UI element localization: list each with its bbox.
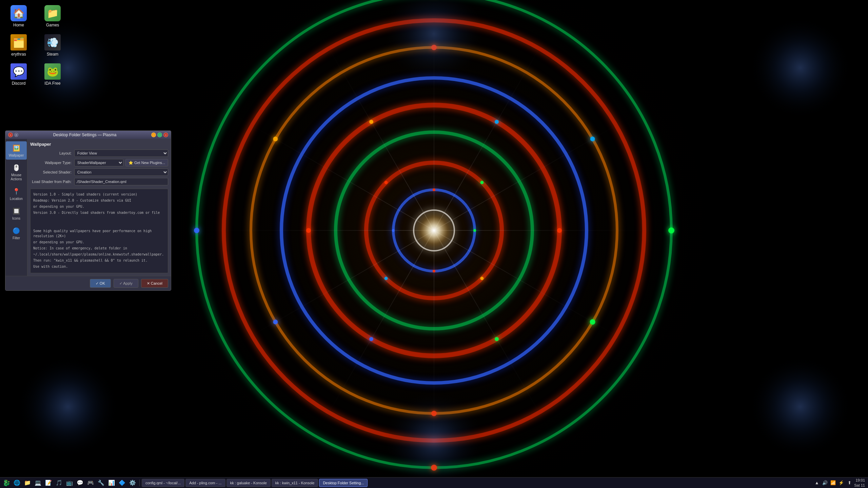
load-shader-label: Load Shader from Path: (30, 180, 74, 184)
layout-label: Layout: (30, 151, 74, 155)
taskbar-plasma-icon[interactable]: 🐉 (2, 478, 11, 488)
ok-button[interactable]: ✓ OK (90, 279, 111, 288)
home-icon: 🏠 (11, 5, 27, 21)
erythras-label: erythras (11, 52, 26, 57)
selected-shader-label: Selected Shader: (30, 170, 74, 174)
desktop-icon-home[interactable]: 🏠 Home (3, 3, 34, 29)
titlebar-controls: × ≡ (8, 133, 18, 137)
sidebar: 🖼️ Wallpaper 🖱️ Mouse Actions 📍 Location… (5, 139, 27, 276)
maximize-button[interactable]: □ (157, 133, 162, 137)
taskbar-music-icon[interactable]: 🎵 (54, 478, 64, 488)
desktop-icon-row-1: 🏠 Home 📁 Games (3, 3, 68, 29)
taskbar-extra1-icon[interactable]: 🔷 (117, 478, 127, 488)
taskbar-task-desktop-settings[interactable]: Desktop Folder Setting... (319, 479, 368, 487)
task-konsole2-label: kk : kwin_x11 - Konsole (275, 481, 315, 485)
erythras-icon: 🗂️ (11, 34, 27, 50)
get-plugins-button[interactable]: ⭐ Get New Plugins... (125, 159, 168, 166)
wallpaper-type-select[interactable]: ShaderWallpaper (74, 159, 123, 166)
desktop-icon-row-2: 🗂️ erythras 💨 Steam (3, 33, 68, 58)
sidebar-item-filter[interactable]: 🔵 Filter (6, 224, 27, 242)
games-label: Games (46, 23, 59, 27)
wallpaper-type-control: ShaderWallpaper ⭐ Get New Plugins... (74, 159, 168, 166)
dialog-titlebar: × ≡ Desktop Folder Settings — Plasma − □… (5, 131, 171, 139)
games-icon: 📁 (44, 5, 61, 21)
load-shader-input[interactable] (74, 178, 168, 185)
dialog-body: 🖼️ Wallpaper 🖱️ Mouse Actions 📍 Location… (5, 139, 171, 276)
titlebar-right-controls: − □ × (151, 133, 168, 137)
layout-row: Layout: Folder View (30, 149, 168, 157)
wallpaper-type-label: Wallpaper Type: (30, 161, 74, 165)
selected-shader-control: Creation (74, 168, 168, 176)
taskbar-task-add-pling[interactable]: Add - pling.com - ... (185, 479, 225, 487)
desktop-icon-games[interactable]: 📁 Games (37, 3, 68, 29)
close-button[interactable]: × (8, 133, 13, 137)
taskbar-games-icon[interactable]: 🎮 (86, 478, 95, 488)
taskbar-chat-icon[interactable]: 💬 (75, 478, 85, 488)
taskbar-task-config[interactable]: config.qml - ~/local/... (142, 479, 184, 487)
desktop-icon-discord[interactable]: 💬 Discord (3, 62, 34, 87)
taskbar-tray: ▲ 🔊 📶 ⚡ ⬆ 19:01 Sat 11 (813, 478, 866, 488)
layout-select[interactable]: Folder View (74, 149, 168, 157)
desktop-icon-erythras[interactable]: 🗂️ erythras (3, 33, 34, 58)
selected-shader-row: Selected Shader: Creation (30, 168, 168, 176)
close-button-right[interactable]: × (163, 133, 168, 137)
home-label: Home (13, 23, 24, 27)
load-shader-control (74, 178, 168, 185)
sidebar-item-mouse-actions[interactable]: 🖱️ Mouse Actions (6, 161, 27, 183)
taskbar-time: 19:01 Sat 11 (854, 478, 866, 488)
steam-icon: 💨 (44, 34, 61, 50)
sidebar-item-wallpaper[interactable]: 🖼️ Wallpaper (6, 141, 27, 160)
ida-free-icon: 🐸 (44, 63, 61, 80)
taskbar-task-konsole2[interactable]: kk : kwin_x11 - Konsole (272, 479, 318, 487)
section-title: Wallpaper (30, 142, 168, 147)
taskbar: 🐉 🌐 📁 💻 📝 🎵 📺 💬 🎮 🔧 📊 🔷 ⚙️ config.qml - … (0, 477, 868, 488)
info-text-box: Version 1.0 - Simply load shaders (curre… (30, 189, 168, 273)
ida-free-label: IDA Free (44, 81, 60, 86)
desktop-icon-ida-free[interactable]: 🐸 IDA Free (37, 62, 68, 87)
taskbar-settings-icon[interactable]: 🔧 (96, 478, 106, 488)
selected-shader-select[interactable]: Creation (74, 168, 168, 176)
dialog-window: × ≡ Desktop Folder Settings — Plasma − □… (5, 130, 171, 291)
dialog-title: Desktop Folder Settings — Plasma (18, 133, 151, 137)
sidebar-wallpaper-label: Wallpaper (9, 154, 24, 158)
sidebar-filter-label: Filter (13, 236, 20, 240)
tray-update-icon[interactable]: ⬆ (846, 480, 853, 486)
desktop-icon-row-3: 💬 Discord 🐸 IDA Free (3, 62, 68, 87)
discord-label: Discord (12, 81, 26, 86)
taskbar-browser-icon[interactable]: 🌐 (12, 478, 22, 488)
layout-control: Folder View (74, 149, 168, 157)
sidebar-mouse-label: Mouse Actions (7, 173, 25, 181)
minimize-button[interactable]: − (151, 133, 156, 137)
taskbar-extra2-icon[interactable]: ⚙️ (128, 478, 137, 488)
filter-icon: 🔵 (12, 226, 21, 236)
taskbar-editor-icon[interactable]: 📝 (44, 478, 53, 488)
sidebar-item-location[interactable]: 📍 Location (6, 185, 27, 203)
taskbar-files-icon[interactable]: 📁 (23, 478, 32, 488)
dialog-footer: ✓ OK ✓ Apply ✕ Cancel (5, 276, 171, 290)
apply-button[interactable]: ✓ Apply (114, 279, 138, 288)
cancel-button[interactable]: ✕ Cancel (141, 279, 168, 288)
wallpaper-type-row: Wallpaper Type: ShaderWallpaper ⭐ Get Ne… (30, 159, 168, 166)
taskbar-terminal-icon[interactable]: 💻 (33, 478, 43, 488)
desktop-icon-area: 🏠 Home 📁 Games 🗂️ erythras 💨 Steam 💬 Dis… (3, 3, 68, 87)
icons-icon: 🔲 (12, 206, 21, 216)
tray-expand-icon[interactable]: ▲ (813, 480, 820, 486)
taskbar-task-konsole1[interactable]: kk : galuake - Konsole (226, 479, 271, 487)
sidebar-item-icons[interactable]: 🔲 Icons (6, 204, 27, 223)
steam-label: Steam (47, 52, 59, 57)
task-desktop-settings-label: Desktop Folder Setting... (323, 481, 364, 485)
discord-icon: 💬 (11, 63, 27, 80)
sidebar-location-label: Location (10, 197, 23, 201)
taskbar-media-icon[interactable]: 📺 (65, 478, 74, 488)
mouse-actions-icon: 🖱️ (12, 163, 21, 172)
desktop-icon-steam[interactable]: 💨 Steam (37, 33, 68, 58)
load-shader-row: Load Shader from Path: (30, 178, 168, 185)
menu-button[interactable]: ≡ (14, 133, 18, 137)
wallpaper-icon: 🖼️ (12, 143, 21, 153)
taskbar-separator-1 (139, 480, 140, 486)
taskbar-monitor-icon[interactable]: 📊 (107, 478, 116, 488)
tray-volume-icon[interactable]: 📶 (830, 480, 836, 486)
dialog-main-content: Wallpaper Layout: Folder View Wallpaper … (27, 139, 171, 276)
tray-network-icon[interactable]: 🔊 (822, 480, 828, 486)
tray-battery-icon[interactable]: ⚡ (838, 480, 845, 486)
